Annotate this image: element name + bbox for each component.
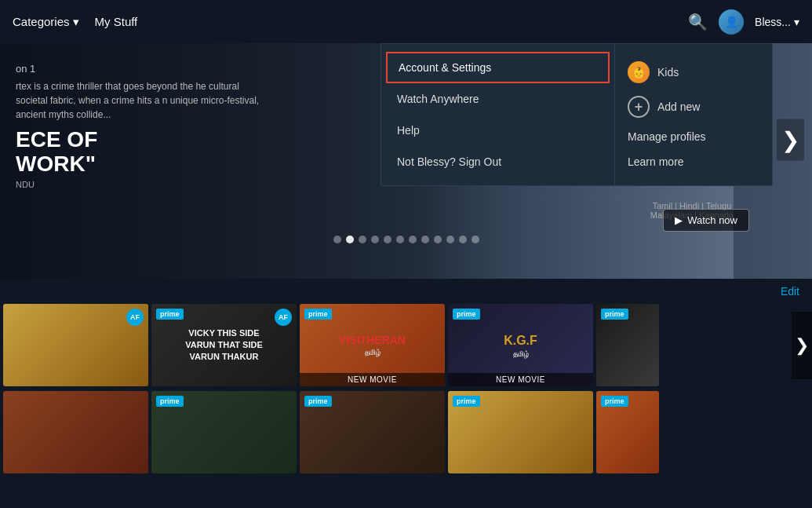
af-badge: AF — [126, 309, 144, 326]
username-button[interactable]: Bless... ▾ — [755, 16, 799, 28]
watch-now-label: Watch now — [687, 214, 737, 226]
username-label: Bless... — [755, 16, 791, 28]
movie-card-5[interactable]: prime — [596, 304, 659, 386]
movie-card-1[interactable]: AF — [3, 304, 148, 386]
movie-cards-row-2: prime prime prime prime — [0, 391, 812, 473]
af-badge-2: AF — [275, 309, 292, 326]
movie-card-2[interactable]: prime AF VICKY THIS SIDEVARUN THAT SIDEV… — [151, 304, 297, 386]
dot-10[interactable] — [446, 236, 454, 243]
header-actions: 🔍 👤 Bless... ▾ — [688, 9, 799, 35]
header-nav: Categories ▾ My Stuff — [13, 15, 137, 29]
dot-11[interactable] — [459, 236, 467, 243]
kids-icon: 👶 — [628, 61, 650, 83]
add-icon: + — [628, 96, 650, 118]
movie-cards-row-1: AF prime AF VICKY THIS SIDEVARUN THAT SI… — [0, 304, 812, 386]
account-settings-item[interactable]: Account & Settings — [386, 52, 610, 83]
header: Categories ▾ My Stuff 🔍 👤 Bless... ▾ — [0, 0, 812, 43]
prime-badge-8: prime — [304, 396, 332, 407]
hero-dots — [0, 236, 812, 243]
movie-card-9[interactable]: prime — [448, 391, 593, 473]
dot-4[interactable] — [371, 236, 379, 243]
learn-more-item[interactable]: Learn more — [628, 149, 759, 174]
chevron-down-icon: ▾ — [73, 15, 79, 29]
hero-next-button[interactable]: ❯ — [777, 119, 804, 160]
avatar[interactable]: 👤 — [719, 9, 744, 35]
hero-tag: NDU — [16, 180, 267, 189]
manage-profiles-item[interactable]: Manage profiles — [628, 124, 759, 149]
dot-3[interactable] — [359, 236, 366, 243]
movie-card-3[interactable]: prime VISITHERAN தமிழ் NEW MOVIE — [300, 304, 445, 386]
manage-profiles-label: Manage profiles — [628, 130, 706, 143]
chevron-down-icon: ▾ — [794, 16, 799, 28]
edit-link[interactable]: Edit — [0, 279, 812, 304]
watch-anywhere-item[interactable]: Watch Anywhere — [381, 83, 614, 115]
movie-card-4[interactable]: prime K.G.F தமிழ் NEW MOVIE — [448, 304, 593, 386]
dot-1[interactable] — [333, 236, 341, 243]
card-visitheran-text: VISITHERAN தமிழ் — [307, 332, 438, 357]
learn-more-label: Learn more — [628, 155, 684, 168]
help-label: Help — [397, 124, 420, 137]
dot-5[interactable] — [384, 236, 391, 243]
movie-row-1: AF prime AF VICKY THIS SIDEVARUN THAT SI… — [0, 304, 812, 386]
hero-content: on 1 rtex is a crime thriller that goes … — [16, 63, 267, 189]
new-movie-label-4: NEW MOVIE — [448, 373, 593, 386]
hero-subtitle: on 1 — [16, 63, 267, 75]
card-kgf-text: K.G.F தமிழ் — [455, 331, 586, 359]
sign-out-label: Not Blessy? Sign Out — [397, 155, 501, 168]
movie-row-2: prime prime prime prime — [0, 391, 812, 473]
add-new-label: Add new — [657, 101, 700, 113]
row-1-next-button[interactable]: ❯ — [792, 312, 812, 379]
account-settings-label: Account & Settings — [399, 61, 491, 74]
prime-badge-10: prime — [601, 396, 628, 407]
dropdown-left-panel: Account & Settings Watch Anywhere Help N… — [381, 44, 615, 185]
dot-2[interactable] — [346, 236, 354, 243]
dot-9[interactable] — [434, 236, 442, 243]
avatar-image: 👤 — [719, 9, 744, 35]
add-new-item[interactable]: + Add new — [628, 90, 759, 124]
prime-badge: prime — [156, 309, 184, 320]
dot-8[interactable] — [421, 236, 429, 243]
card-text: VICKY THIS SIDEVARUN THAT SIDEVARUN THAK… — [158, 327, 289, 363]
movie-card-8[interactable]: prime — [300, 391, 445, 473]
prime-badge-3: prime — [304, 309, 332, 320]
hero-description: rtex is a crime thriller that goes beyon… — [16, 79, 267, 122]
new-movie-label-3: NEW MOVIE — [300, 373, 445, 386]
kids-label: Kids — [657, 66, 679, 79]
prime-badge-4: prime — [453, 309, 480, 320]
hero-title: ECE OF WORK" — [16, 128, 267, 177]
prime-badge-7: prime — [156, 396, 184, 407]
dot-7[interactable] — [409, 236, 417, 243]
watch-anywhere-label: Watch Anywhere — [397, 93, 479, 105]
watch-now-button[interactable]: ▶ Watch now — [663, 209, 749, 232]
play-icon: ▶ — [675, 214, 683, 226]
my-stuff-button[interactable]: My Stuff — [95, 15, 138, 28]
sign-out-item[interactable]: Not Blessy? Sign Out — [381, 146, 614, 177]
dot-6[interactable] — [396, 236, 404, 243]
dot-12[interactable] — [472, 236, 479, 243]
content-rows: Edit AF prime AF VICKY THIS SIDEVARUN TH… — [0, 279, 812, 508]
kids-profile-item[interactable]: 👶 Kids — [628, 55, 759, 90]
prime-badge-9: prime — [453, 396, 480, 407]
help-item[interactable]: Help — [381, 115, 614, 146]
categories-button[interactable]: Categories ▾ — [13, 15, 79, 29]
prime-badge-5: prime — [601, 309, 628, 320]
search-icon[interactable]: 🔍 — [688, 13, 708, 31]
movie-card-10[interactable]: prime — [596, 391, 659, 473]
movie-card-6[interactable] — [3, 391, 148, 473]
categories-label: Categories — [13, 15, 70, 28]
movie-card-7[interactable]: prime — [151, 391, 297, 473]
account-dropdown: Account & Settings Watch Anywhere Help N… — [381, 43, 773, 186]
dropdown-right-panel: 👶 Kids + Add new Manage profiles Learn m… — [615, 44, 772, 185]
